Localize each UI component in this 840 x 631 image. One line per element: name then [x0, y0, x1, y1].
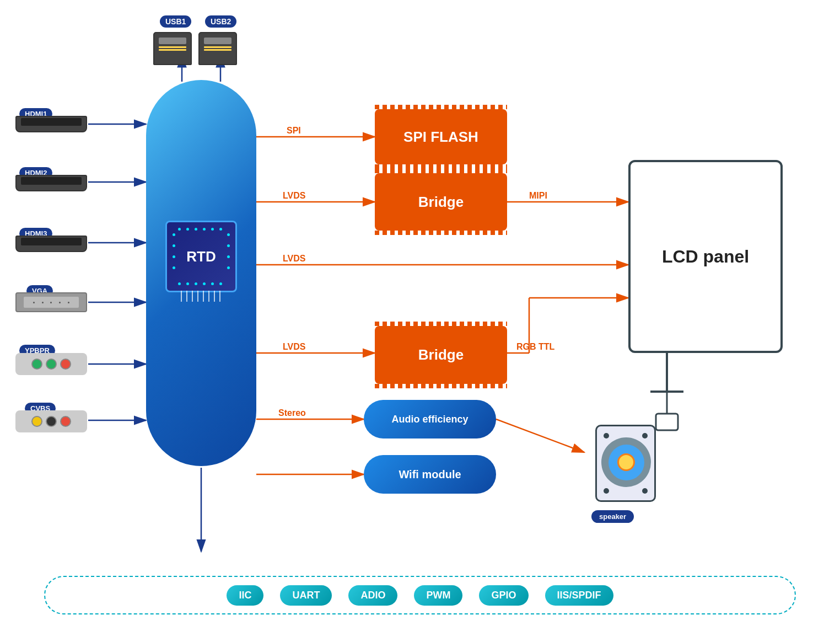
speaker-box	[595, 425, 656, 502]
hdmi3-connector	[15, 236, 87, 252]
usb1-connector	[153, 32, 192, 65]
lcd-panel: LCD panel	[628, 160, 783, 353]
adio-pill: ADIO	[348, 585, 397, 606]
spi-flash-box: SPI FLASH	[375, 109, 507, 164]
svg-rect-26	[656, 414, 678, 430]
lvds3-label: LVDS	[283, 342, 305, 352]
wifi-module-pill: Wifi module	[364, 455, 496, 494]
gpio-pill: GPIO	[479, 585, 528, 606]
ypbpr-connector	[15, 353, 87, 375]
bridge1-box: Bridge	[375, 173, 507, 231]
cvbs-connector	[15, 410, 87, 432]
lvds2-label: LVDS	[283, 254, 305, 264]
usb1-label: USB1	[160, 15, 191, 28]
usb2-connector	[198, 32, 237, 65]
mipi-label: MIPI	[529, 191, 547, 201]
hdmi2-connector	[15, 175, 87, 191]
usb2-label: USB2	[205, 15, 236, 28]
svg-line-21	[496, 419, 584, 452]
lvds1-label: LVDS	[283, 191, 305, 201]
vga-connector	[15, 292, 87, 312]
rtd-chip: RTD	[165, 221, 237, 292]
stereo-label: Stereo	[278, 408, 306, 418]
hdmi1-connector	[15, 116, 87, 132]
bridge2-box: Bridge	[375, 326, 507, 384]
rtd-chip-label: RTD	[186, 248, 216, 265]
iis-spdif-pill: IIS/SPDIF	[545, 585, 613, 606]
rtd-capsule: RTD	[146, 80, 256, 466]
interfaces-container: IIC UART ADIO PWM GPIO IIS/SPDIF	[44, 576, 796, 614]
pwm-pill: PWM	[414, 585, 462, 606]
audio-efficiency-pill: Audio efficiency	[364, 400, 496, 439]
iic-pill: IIC	[227, 585, 263, 606]
rgb-ttl-label: RGB TTL	[516, 342, 554, 352]
speaker-badge: speaker	[591, 510, 634, 523]
spi-label: SPI	[287, 126, 301, 136]
main-diagram: USB1 USB2	[0, 0, 840, 631]
uart-pill: UART	[280, 585, 332, 606]
